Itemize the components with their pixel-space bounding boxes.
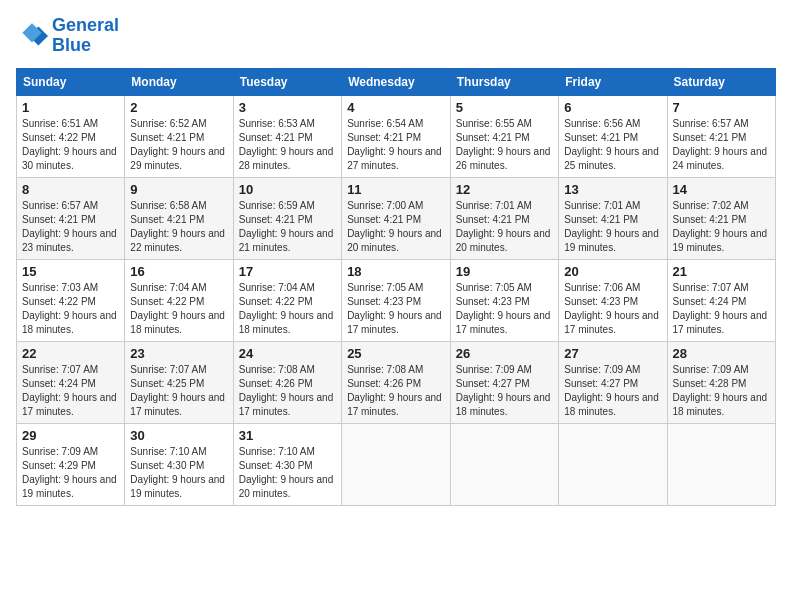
day-info: Sunrise: 7:04 AM Sunset: 4:22 PM Dayligh…	[239, 281, 336, 337]
day-info: Sunrise: 7:07 AM Sunset: 4:25 PM Dayligh…	[130, 363, 227, 419]
calendar-cell: 11 Sunrise: 7:00 AM Sunset: 4:21 PM Dayl…	[342, 177, 451, 259]
day-number: 17	[239, 264, 336, 279]
day-info: Sunrise: 7:01 AM Sunset: 4:21 PM Dayligh…	[456, 199, 553, 255]
day-info: Sunrise: 7:10 AM Sunset: 4:30 PM Dayligh…	[239, 445, 336, 501]
weekday-header-wednesday: Wednesday	[342, 68, 451, 95]
day-info: Sunrise: 7:04 AM Sunset: 4:22 PM Dayligh…	[130, 281, 227, 337]
day-info: Sunrise: 7:07 AM Sunset: 4:24 PM Dayligh…	[22, 363, 119, 419]
calendar-cell: 27 Sunrise: 7:09 AM Sunset: 4:27 PM Dayl…	[559, 341, 667, 423]
calendar-cell	[667, 423, 776, 505]
day-info: Sunrise: 6:58 AM Sunset: 4:21 PM Dayligh…	[130, 199, 227, 255]
week-row-3: 15 Sunrise: 7:03 AM Sunset: 4:22 PM Dayl…	[17, 259, 776, 341]
day-number: 25	[347, 346, 445, 361]
day-number: 23	[130, 346, 227, 361]
day-info: Sunrise: 6:53 AM Sunset: 4:21 PM Dayligh…	[239, 117, 336, 173]
day-number: 7	[673, 100, 771, 115]
page-header: General Blue	[16, 16, 776, 56]
day-number: 11	[347, 182, 445, 197]
calendar-cell: 23 Sunrise: 7:07 AM Sunset: 4:25 PM Dayl…	[125, 341, 233, 423]
day-number: 19	[456, 264, 553, 279]
calendar-cell: 26 Sunrise: 7:09 AM Sunset: 4:27 PM Dayl…	[450, 341, 558, 423]
day-info: Sunrise: 7:05 AM Sunset: 4:23 PM Dayligh…	[347, 281, 445, 337]
day-info: Sunrise: 7:09 AM Sunset: 4:27 PM Dayligh…	[456, 363, 553, 419]
day-number: 22	[22, 346, 119, 361]
calendar-cell: 18 Sunrise: 7:05 AM Sunset: 4:23 PM Dayl…	[342, 259, 451, 341]
calendar-cell: 5 Sunrise: 6:55 AM Sunset: 4:21 PM Dayli…	[450, 95, 558, 177]
calendar-cell: 7 Sunrise: 6:57 AM Sunset: 4:21 PM Dayli…	[667, 95, 776, 177]
day-number: 20	[564, 264, 661, 279]
day-info: Sunrise: 6:56 AM Sunset: 4:21 PM Dayligh…	[564, 117, 661, 173]
day-number: 30	[130, 428, 227, 443]
calendar-cell: 10 Sunrise: 6:59 AM Sunset: 4:21 PM Dayl…	[233, 177, 341, 259]
week-row-4: 22 Sunrise: 7:07 AM Sunset: 4:24 PM Dayl…	[17, 341, 776, 423]
day-info: Sunrise: 6:54 AM Sunset: 4:21 PM Dayligh…	[347, 117, 445, 173]
day-info: Sunrise: 7:08 AM Sunset: 4:26 PM Dayligh…	[347, 363, 445, 419]
day-info: Sunrise: 7:06 AM Sunset: 4:23 PM Dayligh…	[564, 281, 661, 337]
day-number: 6	[564, 100, 661, 115]
day-info: Sunrise: 7:08 AM Sunset: 4:26 PM Dayligh…	[239, 363, 336, 419]
day-info: Sunrise: 7:09 AM Sunset: 4:28 PM Dayligh…	[673, 363, 771, 419]
day-number: 8	[22, 182, 119, 197]
calendar-cell: 3 Sunrise: 6:53 AM Sunset: 4:21 PM Dayli…	[233, 95, 341, 177]
weekday-header-friday: Friday	[559, 68, 667, 95]
day-info: Sunrise: 7:05 AM Sunset: 4:23 PM Dayligh…	[456, 281, 553, 337]
calendar-cell: 6 Sunrise: 6:56 AM Sunset: 4:21 PM Dayli…	[559, 95, 667, 177]
day-info: Sunrise: 7:01 AM Sunset: 4:21 PM Dayligh…	[564, 199, 661, 255]
day-number: 31	[239, 428, 336, 443]
day-info: Sunrise: 7:10 AM Sunset: 4:30 PM Dayligh…	[130, 445, 227, 501]
weekday-header-row: SundayMondayTuesdayWednesdayThursdayFrid…	[17, 68, 776, 95]
calendar-cell: 2 Sunrise: 6:52 AM Sunset: 4:21 PM Dayli…	[125, 95, 233, 177]
calendar-cell: 22 Sunrise: 7:07 AM Sunset: 4:24 PM Dayl…	[17, 341, 125, 423]
calendar-cell	[559, 423, 667, 505]
day-number: 15	[22, 264, 119, 279]
day-info: Sunrise: 6:57 AM Sunset: 4:21 PM Dayligh…	[673, 117, 771, 173]
logo-text: General Blue	[52, 16, 119, 56]
day-info: Sunrise: 7:00 AM Sunset: 4:21 PM Dayligh…	[347, 199, 445, 255]
day-info: Sunrise: 6:55 AM Sunset: 4:21 PM Dayligh…	[456, 117, 553, 173]
day-info: Sunrise: 6:57 AM Sunset: 4:21 PM Dayligh…	[22, 199, 119, 255]
day-number: 9	[130, 182, 227, 197]
weekday-header-sunday: Sunday	[17, 68, 125, 95]
day-number: 18	[347, 264, 445, 279]
calendar-cell: 28 Sunrise: 7:09 AM Sunset: 4:28 PM Dayl…	[667, 341, 776, 423]
week-row-1: 1 Sunrise: 6:51 AM Sunset: 4:22 PM Dayli…	[17, 95, 776, 177]
calendar-cell: 4 Sunrise: 6:54 AM Sunset: 4:21 PM Dayli…	[342, 95, 451, 177]
day-info: Sunrise: 6:51 AM Sunset: 4:22 PM Dayligh…	[22, 117, 119, 173]
day-number: 4	[347, 100, 445, 115]
day-number: 1	[22, 100, 119, 115]
week-row-2: 8 Sunrise: 6:57 AM Sunset: 4:21 PM Dayli…	[17, 177, 776, 259]
day-info: Sunrise: 7:09 AM Sunset: 4:29 PM Dayligh…	[22, 445, 119, 501]
calendar-cell: 12 Sunrise: 7:01 AM Sunset: 4:21 PM Dayl…	[450, 177, 558, 259]
day-number: 13	[564, 182, 661, 197]
calendar-cell: 30 Sunrise: 7:10 AM Sunset: 4:30 PM Dayl…	[125, 423, 233, 505]
calendar-cell: 17 Sunrise: 7:04 AM Sunset: 4:22 PM Dayl…	[233, 259, 341, 341]
calendar-cell: 13 Sunrise: 7:01 AM Sunset: 4:21 PM Dayl…	[559, 177, 667, 259]
day-number: 10	[239, 182, 336, 197]
day-info: Sunrise: 7:02 AM Sunset: 4:21 PM Dayligh…	[673, 199, 771, 255]
calendar-cell: 20 Sunrise: 7:06 AM Sunset: 4:23 PM Dayl…	[559, 259, 667, 341]
calendar-cell: 31 Sunrise: 7:10 AM Sunset: 4:30 PM Dayl…	[233, 423, 341, 505]
weekday-header-thursday: Thursday	[450, 68, 558, 95]
day-number: 27	[564, 346, 661, 361]
day-number: 24	[239, 346, 336, 361]
logo-icon	[16, 20, 48, 52]
weekday-header-monday: Monday	[125, 68, 233, 95]
weekday-header-tuesday: Tuesday	[233, 68, 341, 95]
calendar-cell: 25 Sunrise: 7:08 AM Sunset: 4:26 PM Dayl…	[342, 341, 451, 423]
day-info: Sunrise: 7:09 AM Sunset: 4:27 PM Dayligh…	[564, 363, 661, 419]
day-info: Sunrise: 6:59 AM Sunset: 4:21 PM Dayligh…	[239, 199, 336, 255]
calendar-cell: 16 Sunrise: 7:04 AM Sunset: 4:22 PM Dayl…	[125, 259, 233, 341]
calendar-cell: 19 Sunrise: 7:05 AM Sunset: 4:23 PM Dayl…	[450, 259, 558, 341]
week-row-5: 29 Sunrise: 7:09 AM Sunset: 4:29 PM Dayl…	[17, 423, 776, 505]
day-number: 14	[673, 182, 771, 197]
day-info: Sunrise: 7:07 AM Sunset: 4:24 PM Dayligh…	[673, 281, 771, 337]
calendar-cell: 15 Sunrise: 7:03 AM Sunset: 4:22 PM Dayl…	[17, 259, 125, 341]
calendar-cell: 14 Sunrise: 7:02 AM Sunset: 4:21 PM Dayl…	[667, 177, 776, 259]
calendar-cell: 21 Sunrise: 7:07 AM Sunset: 4:24 PM Dayl…	[667, 259, 776, 341]
day-number: 5	[456, 100, 553, 115]
calendar-cell: 24 Sunrise: 7:08 AM Sunset: 4:26 PM Dayl…	[233, 341, 341, 423]
day-number: 12	[456, 182, 553, 197]
calendar-cell: 1 Sunrise: 6:51 AM Sunset: 4:22 PM Dayli…	[17, 95, 125, 177]
weekday-header-saturday: Saturday	[667, 68, 776, 95]
day-number: 29	[22, 428, 119, 443]
